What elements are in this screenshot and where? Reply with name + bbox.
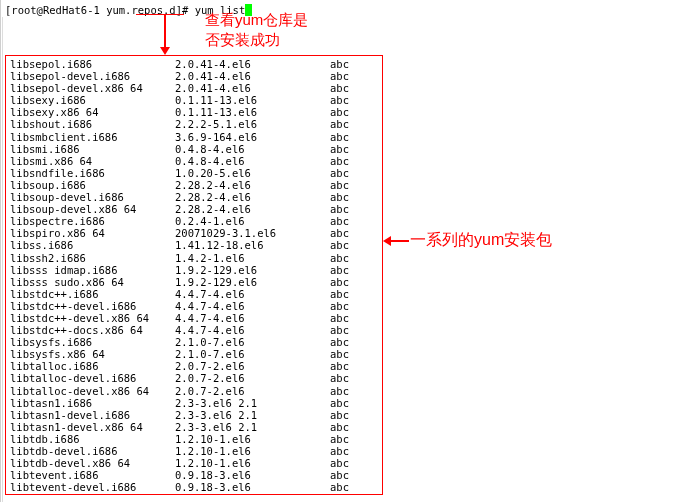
package-name: libtalloc.i686 (10, 360, 175, 372)
package-row: libtdb-devel.i6861.2.10-1.el6abc (10, 445, 378, 457)
package-name: libsndfile.i686 (10, 167, 175, 179)
package-repo: abc (330, 324, 378, 336)
package-version: 0.1.11-13.el6 (175, 106, 330, 118)
package-repo: abc (330, 215, 378, 227)
package-repo: abc (330, 433, 378, 445)
package-name: libsepol.i686 (10, 58, 175, 70)
package-version: 2.1.0-7.el6 (175, 336, 330, 348)
package-name: libsoup.i686 (10, 179, 175, 191)
package-version: 2.0.41-4.el6 (175, 82, 330, 94)
package-row: libtdb.i6861.2.10-1.el6abc (10, 433, 378, 445)
package-name: libtasn1-devel.i686 (10, 409, 175, 421)
package-row: libstdc++-devel.x86_644.4.7-4.el6abc (10, 312, 378, 324)
package-version: 0.9.18-3.el6 (175, 493, 330, 495)
package-row: libsoup-devel.x86_642.28.2-4.el6abc (10, 203, 378, 215)
package-name: libtdb-devel.i686 (10, 445, 175, 457)
package-repo: abc (330, 167, 378, 179)
package-row: libstdc++-devel.i6864.4.7-4.el6abc (10, 300, 378, 312)
package-repo: abc (330, 397, 378, 409)
package-row: libtalloc-devel.i6862.0.7-2.el6abc (10, 372, 378, 384)
package-version: 1.9.2-129.el6 (175, 264, 330, 276)
package-version: 0.2.4-1.el6 (175, 215, 330, 227)
package-row: libsysfs.x86_642.1.0-7.el6abc (10, 348, 378, 360)
package-name: libsmbclient.i686 (10, 131, 175, 143)
package-version: 1.2.10-1.el6 (175, 433, 330, 445)
package-repo: abc (330, 421, 378, 433)
package-version: 0.1.11-13.el6 (175, 94, 330, 106)
package-version: 2.28.2-4.el6 (175, 179, 330, 191)
package-version: 3.6.9-164.el6 (175, 131, 330, 143)
package-repo: abc (330, 70, 378, 82)
package-name: libtevent-devel.x86_64 (10, 493, 175, 495)
package-version: 2.0.7-2.el6 (175, 385, 330, 397)
arrow-left-icon (385, 240, 409, 242)
package-row: libsexy.i6860.1.11-13.el6abc (10, 94, 378, 106)
package-repo: abc (330, 203, 378, 215)
package-repo: abc (330, 155, 378, 167)
package-row: libtasn1-devel.x86_642.3-3.el6_2.1abc (10, 421, 378, 433)
package-repo: abc (330, 288, 378, 300)
package-name: libstdc++-devel.x86_64 (10, 312, 175, 324)
package-name: libtalloc-devel.x86_64 (10, 385, 175, 397)
package-repo: abc (330, 372, 378, 384)
package-version: 4.4.7-4.el6 (175, 300, 330, 312)
package-row: libsepol-devel.i6862.0.41-4.el6abc (10, 70, 378, 82)
package-repo: abc (330, 264, 378, 276)
package-name: libtalloc-devel.i686 (10, 372, 175, 384)
package-name: libtevent-devel.i686 (10, 481, 175, 493)
package-version: 2.0.41-4.el6 (175, 58, 330, 70)
package-repo: abc (330, 239, 378, 251)
package-name: libsysfs.x86_64 (10, 348, 175, 360)
package-repo: abc (330, 493, 378, 495)
package-row: libtasn1.i6862.3-3.el6_2.1abc (10, 397, 378, 409)
package-version: 2.28.2-4.el6 (175, 191, 330, 203)
package-repo: abc (330, 457, 378, 469)
package-version: 4.4.7-4.el6 (175, 312, 330, 324)
package-repo: abc (330, 445, 378, 457)
package-name: libsoup-devel.i686 (10, 191, 175, 203)
package-row: libsysfs.i6862.1.0-7.el6abc (10, 336, 378, 348)
package-name: libsysfs.i686 (10, 336, 175, 348)
package-name: libss.i686 (10, 239, 175, 251)
package-repo: abc (330, 469, 378, 481)
package-row: libssh2.i6861.4.2-1.el6abc (10, 252, 378, 264)
annotation-top-line1: 查看yum仓库是 (205, 10, 308, 30)
annotation-top: 查看yum仓库是 否安装成功 (205, 10, 308, 50)
package-version: 2.3-3.el6_2.1 (175, 421, 330, 433)
package-name: libsepol-devel.i686 (10, 70, 175, 82)
package-row: libtevent-devel.x86_640.9.18-3.el6abc (10, 493, 378, 495)
package-row: libspiro.x86_6420071029-3.1.el6abc (10, 227, 378, 239)
package-version: 2.3-3.el6_2.1 (175, 397, 330, 409)
package-row: libsepol-devel.x86_642.0.41-4.el6abc (10, 82, 378, 94)
package-name: libspiro.x86_64 (10, 227, 175, 239)
package-version: 0.4.8-4.el6 (175, 143, 330, 155)
package-repo: abc (330, 336, 378, 348)
package-repo: abc (330, 300, 378, 312)
package-repo: abc (330, 118, 378, 130)
package-version: 1.2.10-1.el6 (175, 457, 330, 469)
package-version: 1.41.12-18.el6 (175, 239, 330, 251)
package-name: libstdc++-docs.x86_64 (10, 324, 175, 336)
package-name: libsmi.x86_64 (10, 155, 175, 167)
package-row: libshout.i6862.2.2-5.1.el6abc (10, 118, 378, 130)
package-version: 4.4.7-4.el6 (175, 288, 330, 300)
package-name: libssh2.i686 (10, 252, 175, 264)
package-repo: abc (330, 94, 378, 106)
package-row: libsmi.i6860.4.8-4.el6abc (10, 143, 378, 155)
package-row: libstdc++.i6864.4.7-4.el6abc (10, 288, 378, 300)
package-name: libtevent.i686 (10, 469, 175, 481)
package-version: 1.0.20-5.el6 (175, 167, 330, 179)
package-version: 1.4.2-1.el6 (175, 252, 330, 264)
package-row: libstdc++-docs.x86_644.4.7-4.el6abc (10, 324, 378, 336)
package-row: libtalloc.i6862.0.7-2.el6abc (10, 360, 378, 372)
package-repo: abc (330, 179, 378, 191)
annotation-right: 一系列的yum安装包 (410, 230, 552, 250)
package-row: libsss_idmap.i6861.9.2-129.el6abc (10, 264, 378, 276)
package-name: libsexy.i686 (10, 94, 175, 106)
package-version: 2.1.0-7.el6 (175, 348, 330, 360)
package-name: libsss_idmap.i686 (10, 264, 175, 276)
page-margin-line (0, 0, 1, 502)
package-name: libtasn1-devel.x86_64 (10, 421, 175, 433)
package-row: libss.i6861.41.12-18.el6abc (10, 239, 378, 251)
package-name: libtdb.i686 (10, 433, 175, 445)
